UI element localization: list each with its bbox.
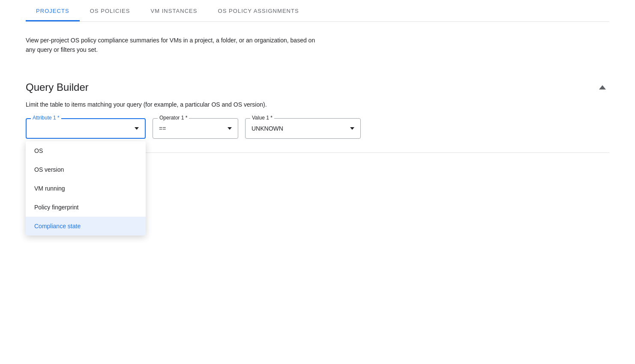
value1-arrow-icon (350, 127, 354, 130)
operator1-label: Operator 1 * (158, 115, 189, 121)
dropdown-item-policy-fingerprint[interactable]: Policy fingerprint (26, 198, 146, 217)
operator1-select[interactable]: == (153, 118, 238, 139)
tabs-bar: PROJECTS OS POLICIES VM INSTANCES OS POL… (26, 0, 609, 22)
dropdown-item-vm-running[interactable]: VM running (26, 179, 146, 198)
attribute1-dropdown: OS OS version VM running Policy fingerpr… (26, 141, 146, 236)
value1-label: Value 1 * (250, 115, 274, 121)
attribute1-arrow-icon (135, 127, 139, 130)
section-title: Query Builder (26, 81, 89, 93)
section-header: Query Builder (26, 81, 609, 94)
query-form: Attribute 1 * OS OS version VM running P… (26, 118, 609, 139)
page-description: View per-project OS policy compliance su… (26, 36, 326, 55)
dropdown-item-os-version[interactable]: OS version (26, 160, 146, 179)
value1-value: UNKNOWN (252, 125, 283, 132)
tab-os-policies[interactable]: OS POLICIES (80, 0, 141, 21)
dropdown-item-compliance-state[interactable]: Compliance state (26, 217, 146, 236)
collapse-button[interactable] (596, 81, 609, 94)
value1-select[interactable]: UNKNOWN (245, 118, 361, 139)
dropdown-item-os[interactable]: OS (26, 141, 146, 160)
value1-field-group: Value 1 * UNKNOWN (245, 118, 361, 139)
section-description: Limit the table to items matching your q… (26, 101, 609, 108)
operator1-field-group: Operator 1 * == (153, 118, 238, 139)
attribute1-label: Attribute 1 * (31, 115, 61, 121)
attribute1-field-group: Attribute 1 * OS OS version VM running P… (26, 118, 146, 139)
chevron-up-icon (599, 85, 606, 90)
operator1-arrow-icon (228, 127, 232, 130)
operator1-value: == (159, 125, 166, 132)
tab-os-policy-assignments[interactable]: OS POLICY ASSIGNMENTS (208, 0, 309, 21)
query-builder-section: Query Builder Limit the table to items m… (26, 81, 609, 176)
tab-projects[interactable]: PROJECTS (26, 0, 80, 21)
attribute1-select[interactable] (26, 118, 146, 139)
tab-vm-instances[interactable]: VM INSTANCES (140, 0, 207, 21)
